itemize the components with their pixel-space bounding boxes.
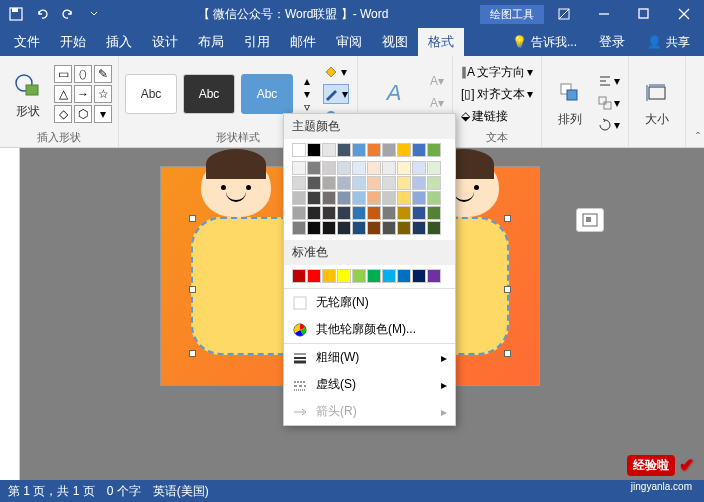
color-swatch[interactable]	[397, 191, 411, 205]
color-swatch[interactable]	[337, 191, 351, 205]
color-swatch[interactable]	[382, 191, 396, 205]
color-swatch[interactable]	[367, 143, 381, 157]
text-outline-button[interactable]: A▾	[430, 93, 444, 113]
color-swatch[interactable]	[427, 206, 441, 220]
color-swatch[interactable]	[322, 161, 336, 175]
color-swatch[interactable]	[352, 161, 366, 175]
shape-outline-button[interactable]: ▾	[323, 84, 349, 104]
menu-layout[interactable]: 布局	[188, 28, 234, 56]
color-swatch[interactable]	[352, 206, 366, 220]
color-swatch[interactable]	[322, 269, 336, 283]
color-swatch[interactable]	[367, 191, 381, 205]
color-swatch[interactable]	[352, 143, 366, 157]
menu-file[interactable]: 文件	[4, 28, 50, 56]
color-swatch[interactable]	[322, 176, 336, 190]
help-icon[interactable]	[544, 0, 584, 28]
color-swatch[interactable]	[427, 176, 441, 190]
color-swatch[interactable]	[412, 269, 426, 283]
color-swatch[interactable]	[352, 221, 366, 235]
color-swatch[interactable]	[397, 143, 411, 157]
create-link-button[interactable]: ⬙ 建链接	[461, 106, 533, 126]
color-swatch[interactable]	[307, 143, 321, 157]
ruler-vertical[interactable]	[0, 148, 20, 480]
shape-fill-button[interactable]: ▾	[323, 62, 349, 82]
menu-format[interactable]: 格式	[418, 28, 464, 56]
menu-review[interactable]: 审阅	[326, 28, 372, 56]
color-swatch[interactable]	[397, 176, 411, 190]
color-swatch[interactable]	[397, 161, 411, 175]
size-button[interactable]: 大小	[635, 73, 679, 132]
minimize-icon[interactable]	[584, 0, 624, 28]
color-swatch[interactable]	[427, 143, 441, 157]
color-swatch[interactable]	[412, 176, 426, 190]
menu-home[interactable]: 开始	[50, 28, 96, 56]
weight-item[interactable]: 粗细(W)▸	[284, 344, 455, 371]
menu-design[interactable]: 设计	[142, 28, 188, 56]
arrange-button[interactable]: 排列	[548, 73, 592, 132]
status-words[interactable]: 0 个字	[107, 483, 141, 500]
shape-gallery[interactable]: ▭⬯✎ △→☆ ◇⬡▾	[54, 65, 112, 123]
menu-references[interactable]: 引用	[234, 28, 280, 56]
color-swatch[interactable]	[307, 161, 321, 175]
color-swatch[interactable]	[307, 191, 321, 205]
color-swatch[interactable]	[337, 161, 351, 175]
style-expand-icon[interactable]: ▿	[297, 101, 317, 113]
color-swatch[interactable]	[427, 191, 441, 205]
menu-view[interactable]: 视图	[372, 28, 418, 56]
layout-options-icon[interactable]	[576, 208, 604, 232]
ribbon-collapse-icon[interactable]: ˆ	[696, 131, 700, 145]
style-scroll-down-icon[interactable]: ▾	[297, 88, 317, 100]
undo-icon[interactable]	[30, 2, 54, 26]
color-swatch[interactable]	[337, 176, 351, 190]
color-swatch[interactable]	[322, 143, 336, 157]
color-swatch[interactable]	[367, 176, 381, 190]
color-swatch[interactable]	[382, 269, 396, 283]
color-swatch[interactable]	[367, 269, 381, 283]
style-scroll-up-icon[interactable]: ▴	[297, 75, 317, 87]
color-swatch[interactable]	[427, 269, 441, 283]
no-outline-item[interactable]: 无轮廓(N)	[284, 289, 455, 316]
color-swatch[interactable]	[367, 221, 381, 235]
color-swatch[interactable]	[427, 221, 441, 235]
color-swatch[interactable]	[397, 221, 411, 235]
color-swatch[interactable]	[352, 269, 366, 283]
color-swatch[interactable]	[307, 269, 321, 283]
style-preset-1[interactable]: Abc	[125, 74, 177, 114]
shapes-button[interactable]: 形状	[6, 65, 50, 124]
color-swatch[interactable]	[322, 191, 336, 205]
color-swatch[interactable]	[292, 191, 306, 205]
redo-icon[interactable]	[56, 2, 80, 26]
qat-dropdown-icon[interactable]	[82, 2, 106, 26]
color-swatch[interactable]	[337, 269, 351, 283]
color-swatch[interactable]	[412, 161, 426, 175]
color-swatch[interactable]	[397, 206, 411, 220]
color-swatch[interactable]	[322, 206, 336, 220]
color-swatch[interactable]	[337, 143, 351, 157]
align-text-button[interactable]: [▯] 对齐文本 ▾	[461, 84, 533, 104]
color-swatch[interactable]	[367, 206, 381, 220]
color-swatch[interactable]	[352, 191, 366, 205]
more-colors-item[interactable]: 其他轮廓颜色(M)...	[284, 316, 455, 343]
color-swatch[interactable]	[412, 206, 426, 220]
color-swatch[interactable]	[367, 161, 381, 175]
close-icon[interactable]	[664, 0, 704, 28]
status-lang[interactable]: 英语(美国)	[153, 483, 209, 500]
color-swatch[interactable]	[292, 206, 306, 220]
align-button[interactable]: ▾	[598, 71, 620, 91]
style-preset-3[interactable]: Abc	[241, 74, 293, 114]
color-swatch[interactable]	[352, 176, 366, 190]
style-preset-2[interactable]: Abc	[183, 74, 235, 114]
color-swatch[interactable]	[382, 161, 396, 175]
share-button[interactable]: 👤共享	[637, 28, 700, 56]
tell-me[interactable]: 💡告诉我...	[502, 28, 587, 56]
status-page[interactable]: 第 1 页，共 1 页	[8, 483, 95, 500]
dashes-item[interactable]: 虚线(S)▸	[284, 371, 455, 398]
group-button[interactable]: ▾	[598, 93, 620, 113]
color-swatch[interactable]	[292, 176, 306, 190]
color-swatch[interactable]	[382, 143, 396, 157]
color-swatch[interactable]	[382, 221, 396, 235]
color-swatch[interactable]	[322, 221, 336, 235]
color-swatch[interactable]	[412, 191, 426, 205]
color-swatch[interactable]	[412, 143, 426, 157]
color-swatch[interactable]	[397, 269, 411, 283]
